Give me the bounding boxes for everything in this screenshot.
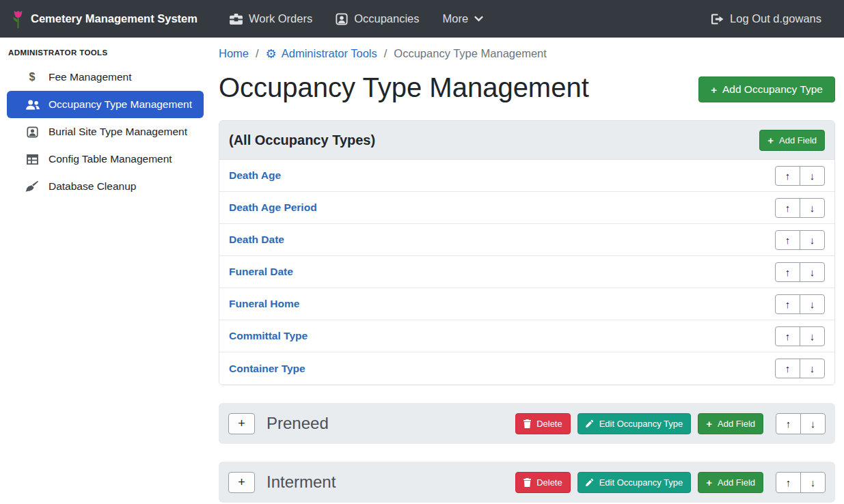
edit-occupancy-type-label: Edit Occupancy Type — [599, 419, 683, 429]
arrow-up-icon: ↑ — [785, 299, 791, 309]
edit-occupancy-type-button[interactable]: Edit Occupancy Type — [577, 413, 692, 434]
reorder-controls: ↑ ↓ — [775, 326, 825, 346]
field-link-death-age-period[interactable]: Death Age Period — [229, 201, 317, 214]
move-down-button[interactable]: ↓ — [800, 472, 826, 493]
section-title: Preneed — [267, 414, 329, 433]
sidebar-item-burial-site-type-management[interactable]: Burial Site Type Management — [7, 118, 204, 145]
move-down-button[interactable]: ↓ — [800, 198, 825, 218]
reorder-controls: ↑ ↓ — [775, 294, 825, 314]
field-row: Funeral Home ↑ ↓ — [219, 288, 834, 320]
sidebar: ADMINISTRATOR TOOLS $ Fee Management Occ… — [0, 38, 210, 504]
move-down-button[interactable]: ↓ — [800, 166, 825, 186]
move-up-button[interactable]: ↑ — [775, 166, 800, 186]
move-up-button[interactable]: ↑ — [776, 413, 801, 434]
nav-occupancies[interactable]: Occupancies — [324, 7, 431, 31]
delete-button[interactable]: Delete — [515, 413, 571, 434]
arrow-up-icon: ↑ — [785, 171, 791, 181]
field-row: Death Age Period ↑ ↓ — [219, 192, 834, 224]
field-link-death-date[interactable]: Death Date — [229, 234, 284, 246]
brand[interactable]: Cemetery Management System — [11, 9, 198, 29]
move-up-button[interactable]: ↑ — [775, 326, 800, 346]
arrow-up-icon: ↑ — [785, 267, 791, 277]
breadcrumb-home-link[interactable]: Home — [219, 47, 249, 60]
add-occupancy-type-button[interactable]: + Add Occupancy Type — [698, 76, 835, 102]
logout-label: Log Out d.gowans — [730, 12, 821, 25]
nav-occupancies-label: Occupancies — [354, 12, 419, 25]
move-down-button[interactable]: ↓ — [800, 413, 826, 434]
page-layout: ADMINISTRATOR TOOLS $ Fee Management Occ… — [0, 38, 844, 504]
move-down-button[interactable]: ↓ — [800, 294, 825, 314]
move-up-button[interactable]: ↑ — [775, 359, 800, 378]
gear-icon: ⚙ — [266, 48, 277, 60]
section-preneed: + Preneed Delete — [219, 403, 835, 444]
add-field-button[interactable]: + Add Field — [698, 472, 763, 493]
all-occupancy-types-title: (All Occupancy Types) — [229, 132, 375, 148]
reorder-controls: ↑ ↓ — [775, 359, 825, 378]
delete-button[interactable]: Delete — [515, 472, 571, 493]
add-field-button[interactable]: + Add Field — [759, 130, 825, 151]
arrow-up-icon: ↑ — [785, 331, 791, 341]
reorder-controls: ↑ ↓ — [775, 198, 825, 218]
sidebar-item-fee-management[interactable]: $ Fee Management — [7, 64, 204, 91]
breadcrumb-admin-tools-link[interactable]: ⚙ Administrator Tools — [266, 47, 377, 60]
breadcrumb: Home / ⚙ Administrator Tools / Occupancy… — [219, 47, 835, 60]
move-down-button[interactable]: ↓ — [800, 230, 825, 250]
nav-work-orders[interactable]: Work Orders — [218, 7, 324, 31]
edit-occupancy-type-label: Edit Occupancy Type — [599, 477, 683, 488]
move-up-button[interactable]: ↑ — [775, 294, 800, 314]
logout-button[interactable]: Log Out d.gowans — [699, 7, 833, 31]
field-link-funeral-date[interactable]: Funeral Date — [229, 266, 293, 278]
sidebar-item-label: Occupancy Type Management — [49, 98, 192, 111]
breadcrumb-separator: / — [256, 47, 259, 60]
move-up-button[interactable]: ↑ — [775, 198, 800, 218]
section-actions: Delete Edit Occupancy Type + Add Field — [515, 472, 826, 493]
move-down-button[interactable]: ↓ — [800, 359, 825, 378]
field-link-container-type[interactable]: Container Type — [229, 363, 305, 375]
field-row: Committal Type ↑ ↓ — [219, 320, 834, 352]
field-link-funeral-home[interactable]: Funeral Home — [229, 298, 299, 310]
move-up-button[interactable]: ↑ — [776, 472, 801, 493]
move-down-button[interactable]: ↓ — [800, 262, 825, 282]
occupancies-icon — [336, 13, 348, 25]
sidebar-item-database-cleanup[interactable]: Database Cleanup — [7, 173, 204, 200]
reorder-controls: ↑ ↓ — [776, 413, 826, 434]
field-link-death-age[interactable]: Death Age — [229, 169, 281, 182]
move-down-button[interactable]: ↓ — [800, 326, 825, 346]
broom-icon — [25, 181, 40, 192]
pencil-icon — [586, 419, 594, 428]
move-up-button[interactable]: ↑ — [775, 262, 800, 282]
nav-more-label: More — [443, 12, 469, 25]
expand-button[interactable]: + — [228, 413, 255, 434]
reorder-controls: ↑ ↓ — [775, 262, 825, 282]
all-occupancy-types-header: (All Occupancy Types) + Add Field — [219, 121, 834, 160]
sidebar-item-label: Config Table Management — [49, 153, 172, 165]
expand-button[interactable]: + — [228, 472, 255, 493]
top-navbar: Cemetery Management System Work Orders O… — [0, 0, 844, 38]
arrow-up-icon: ↑ — [785, 363, 791, 374]
navbar-right: Log Out d.gowans — [699, 7, 833, 31]
arrow-down-icon: ↓ — [810, 299, 815, 309]
reorder-controls: ↑ ↓ — [775, 166, 825, 186]
arrow-down-icon: ↓ — [810, 203, 815, 213]
delete-label: Delete — [536, 419, 562, 429]
field-link-committal-type[interactable]: Committal Type — [229, 330, 308, 342]
section-actions: Delete Edit Occupancy Type + Add Field — [515, 413, 826, 434]
breadcrumb-current: Occupancy Type Management — [394, 47, 547, 60]
nav-more[interactable]: More — [431, 7, 495, 31]
table-icon — [25, 154, 40, 165]
sidebar-item-config-table-management[interactable]: Config Table Management — [7, 145, 204, 173]
sidebar-item-occupancy-type-management[interactable]: Occupancy Type Management — [7, 91, 204, 118]
sidebar-header: ADMINISTRATOR TOOLS — [7, 43, 204, 64]
field-row: Container Type ↑ ↓ — [219, 352, 834, 384]
add-field-button[interactable]: + Add Field — [698, 413, 763, 434]
edit-occupancy-type-button[interactable]: Edit Occupancy Type — [577, 472, 692, 493]
arrow-up-icon: ↑ — [786, 477, 791, 488]
sidebar-item-label: Database Cleanup — [49, 180, 136, 193]
plus-icon: + — [711, 85, 717, 95]
arrow-down-icon: ↓ — [810, 235, 815, 245]
move-up-button[interactable]: ↑ — [775, 230, 800, 250]
arrow-up-icon: ↑ — [785, 203, 791, 213]
sidebar-item-label: Burial Site Type Management — [49, 126, 187, 138]
arrow-up-icon: ↑ — [785, 235, 791, 245]
main-content: Home / ⚙ Administrator Tools / Occupancy… — [210, 38, 844, 504]
